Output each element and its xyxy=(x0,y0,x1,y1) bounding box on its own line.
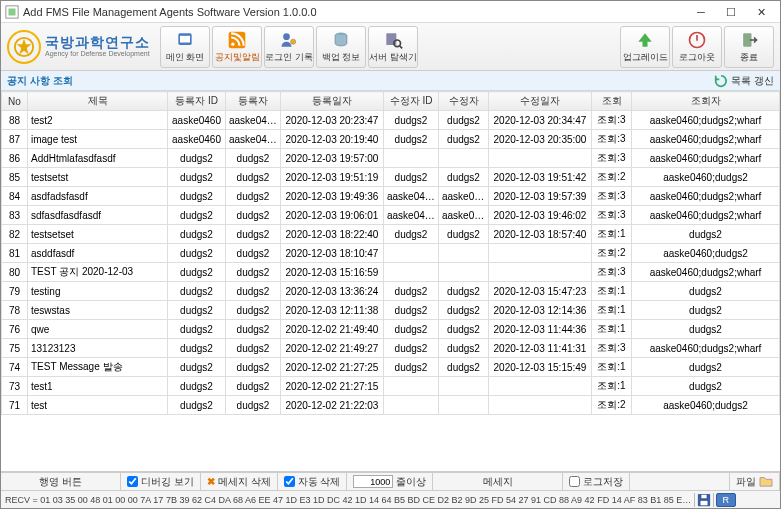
minimize-button[interactable]: ─ xyxy=(686,3,716,21)
toolbar-main-button[interactable]: 메인 화면 xyxy=(160,26,210,68)
logo: 국방과학연구소 Agency for Defense Development xyxy=(7,30,150,64)
log-save-toggle[interactable]: 로그저장 xyxy=(563,473,630,490)
table-row[interactable]: 73test1dudgs2dudgs22020-12-02 21:27:15조회… xyxy=(2,377,780,396)
database-icon xyxy=(331,30,351,50)
delete-x-icon: ✖ xyxy=(207,476,215,487)
header-toolbar: 국방과학연구소 Agency for Defense Development 메… xyxy=(1,23,780,71)
user-key-icon xyxy=(279,30,299,50)
toolbar-exit-button[interactable]: 종료 xyxy=(724,26,774,68)
section-title: 공지 사항 조회 xyxy=(7,74,73,88)
debug-view-checkbox[interactable] xyxy=(127,476,138,487)
column-header[interactable]: No xyxy=(2,92,28,111)
titlebar: Add FMS File Management Agents Software … xyxy=(1,1,780,23)
table-row[interactable]: 7513123123dudgs2dudgs22020-12-02 21:49:2… xyxy=(2,339,780,358)
svg-rect-10 xyxy=(386,33,396,45)
file-button[interactable]: 파일 xyxy=(730,473,780,490)
column-header[interactable]: 조회자 xyxy=(632,92,780,111)
notice-grid[interactable]: No제목등록자 ID등록자등록일자수정자 ID수정자수정일자조회조회자 88te… xyxy=(1,91,780,472)
log-save-checkbox[interactable] xyxy=(569,476,580,487)
window-title: Add FMS File Management Agents Software … xyxy=(23,6,686,18)
table-row[interactable]: 83sdfasdfasdfasdfdudgs2dudgs22020-12-03 … xyxy=(2,206,780,225)
column-header[interactable]: 등록자 ID xyxy=(168,92,226,111)
message-label: 메세지 xyxy=(433,473,563,490)
svg-rect-16 xyxy=(700,500,707,504)
table-row[interactable]: 76qwedudgs2dudgs22020-12-02 21:49:40dudg… xyxy=(2,320,780,339)
table-row[interactable]: 79testingdudgs2dudgs22020-12-03 13:36:24… xyxy=(2,282,780,301)
line-count-input[interactable] xyxy=(353,475,393,488)
server-search-icon xyxy=(383,30,403,50)
toolbar-server-button[interactable]: 서버 탐색기 xyxy=(368,26,418,68)
svg-line-12 xyxy=(400,45,403,48)
column-header[interactable]: 수정일자 xyxy=(489,92,592,111)
toolbar-logout-button[interactable]: 로그아웃 xyxy=(672,26,722,68)
sub-header: 공지 사항 조회 목록 갱신 xyxy=(1,71,780,91)
table-row[interactable]: 84asdfadsfasdfdudgs2dudgs22020-12-03 19:… xyxy=(2,187,780,206)
column-header[interactable]: 등록자 xyxy=(226,92,281,111)
table-row[interactable]: 87image testaaske0460aaske04602020-12-03… xyxy=(2,130,780,149)
table-row[interactable]: 71testdudgs2dudgs22020-12-02 21:22:03조회:… xyxy=(2,396,780,415)
toolbar-login-button[interactable]: 로그인 기록 xyxy=(264,26,314,68)
svg-point-7 xyxy=(283,33,290,40)
save-disk-icon[interactable] xyxy=(697,493,711,507)
svg-rect-4 xyxy=(180,35,190,42)
table-row[interactable]: 82testsetsetdudgs2dudgs22020-12-03 18:22… xyxy=(2,225,780,244)
column-header[interactable]: 제목 xyxy=(28,92,168,111)
auto-delete-toggle[interactable]: 자동 삭제 xyxy=(278,473,348,490)
table-row[interactable]: 78teswstasdudgs2dudgs22020-12-03 12:11:3… xyxy=(2,301,780,320)
table-row[interactable]: 88test2aaske0460aaske04602020-12-03 20:2… xyxy=(2,111,780,130)
svg-rect-1 xyxy=(9,8,16,15)
table-row[interactable]: 85testsetstdudgs2dudgs22020-12-03 19:51:… xyxy=(2,168,780,187)
app-window: Add FMS File Management Agents Software … xyxy=(0,0,781,509)
bottom-toolbar: 행영 버튼 디버깅 보기 ✖메세지 삭제 자동 삭제 줄이상 메세지 로그저장 … xyxy=(1,472,780,490)
status-r-badge: R xyxy=(716,493,737,507)
exit-door-icon xyxy=(739,30,759,50)
close-button[interactable]: ✕ xyxy=(746,3,776,21)
window-controls: ─ ☐ ✕ xyxy=(686,3,776,21)
logo-title-kr: 국방과학연구소 xyxy=(45,35,150,50)
recv-log: RECV = 01 03 35 00 48 01 00 00 7A 17 7B … xyxy=(5,495,692,505)
maximize-button[interactable]: ☐ xyxy=(716,3,746,21)
toolbar-notice-button[interactable]: 공지및알림 xyxy=(212,26,262,68)
row-button-cell[interactable]: 행영 버튼 xyxy=(1,473,121,490)
open-folder-icon xyxy=(759,475,773,489)
table-row[interactable]: 81asddfasdfdudgs2dudgs22020-12-03 18:10:… xyxy=(2,244,780,263)
svg-rect-17 xyxy=(701,494,706,498)
home-icon xyxy=(175,30,195,50)
column-header[interactable]: 수정자 xyxy=(439,92,489,111)
toolbar-backup-button[interactable]: 백업 정보 xyxy=(316,26,366,68)
column-header[interactable]: 조회 xyxy=(592,92,632,111)
column-header[interactable]: 수정자 ID xyxy=(384,92,439,111)
debug-view-toggle[interactable]: 디버깅 보기 xyxy=(121,473,201,490)
app-icon xyxy=(5,5,19,19)
status-bar: RECV = 01 03 35 00 48 01 00 00 7A 17 7B … xyxy=(1,490,780,508)
logout-icon xyxy=(687,30,707,50)
logo-title-en: Agency for Defense Development xyxy=(45,50,150,58)
toolbar-upgrade-button[interactable]: 업그레이드 xyxy=(620,26,670,68)
column-header[interactable]: 등록일자 xyxy=(281,92,384,111)
line-count-cell: 줄이상 xyxy=(347,473,433,490)
notice-table: No제목등록자 ID등록자등록일자수정자 ID수정자수정일자조회조회자 88te… xyxy=(1,91,780,415)
logo-emblem-icon xyxy=(7,30,41,64)
table-row[interactable]: 80TEST 공지 2020-12-03dudgs2dudgs22020-12-… xyxy=(2,263,780,282)
refresh-icon xyxy=(714,74,728,88)
table-row[interactable]: 74TEST Message 발송dudgs2dudgs22020-12-02 … xyxy=(2,358,780,377)
svg-point-8 xyxy=(291,39,296,44)
svg-point-6 xyxy=(231,42,234,45)
refresh-list-button[interactable]: 목록 갱신 xyxy=(714,74,774,88)
rss-icon xyxy=(227,30,247,50)
up-arrow-icon xyxy=(635,30,655,50)
auto-delete-checkbox[interactable] xyxy=(284,476,295,487)
table-row[interactable]: 86AddHtmlafasdfasdfdudgs2dudgs22020-12-0… xyxy=(2,149,780,168)
msg-delete-button[interactable]: ✖메세지 삭제 xyxy=(201,473,278,490)
